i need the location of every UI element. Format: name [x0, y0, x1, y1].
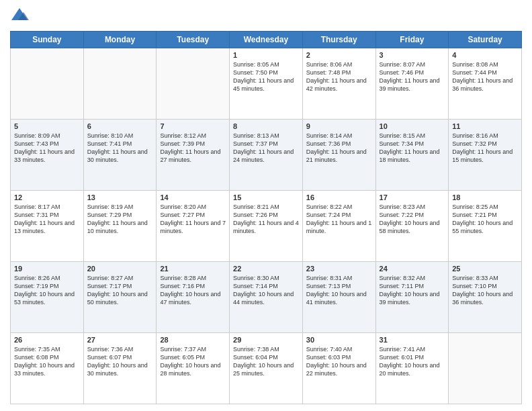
day-number: 2: [306, 51, 372, 59]
cell-text: Sunrise: 7:35 AM Sunset: 6:08 PM Dayligh…: [14, 345, 80, 378]
cell-text: Sunrise: 8:27 AM Sunset: 7:17 PM Dayligh…: [87, 274, 153, 307]
calendar-cell: 7Sunrise: 8:12 AM Sunset: 7:39 PM Daylig…: [157, 120, 230, 191]
day-number: 19: [14, 265, 80, 273]
calendar-cell: 29Sunrise: 7:38 AM Sunset: 6:04 PM Dayli…: [230, 333, 303, 404]
day-header-friday: Friday: [375, 32, 449, 48]
calendar-cell: 22Sunrise: 8:30 AM Sunset: 7:14 PM Dayli…: [230, 262, 303, 333]
cell-text: Sunrise: 8:10 AM Sunset: 7:41 PM Dayligh…: [87, 132, 153, 165]
cell-text: Sunrise: 8:30 AM Sunset: 7:14 PM Dayligh…: [233, 274, 299, 307]
day-number: 7: [160, 122, 226, 130]
cell-text: Sunrise: 7:37 AM Sunset: 6:05 PM Dayligh…: [160, 345, 226, 378]
day-header-sunday: Sunday: [11, 32, 84, 48]
cell-text: Sunrise: 8:20 AM Sunset: 7:27 PM Dayligh…: [160, 203, 226, 236]
day-number: 17: [380, 193, 445, 201]
cell-text: Sunrise: 8:16 AM Sunset: 7:32 PM Dayligh…: [452, 132, 518, 165]
calendar-cell: 15Sunrise: 8:21 AM Sunset: 7:26 PM Dayli…: [230, 191, 303, 262]
day-number: 16: [306, 193, 372, 201]
calendar-cell: 6Sunrise: 8:10 AM Sunset: 7:41 PM Daylig…: [83, 120, 157, 191]
calendar-cell: 5Sunrise: 8:09 AM Sunset: 7:43 PM Daylig…: [11, 120, 84, 191]
cell-text: Sunrise: 8:22 AM Sunset: 7:24 PM Dayligh…: [306, 203, 372, 236]
week-row-3: 19Sunrise: 8:26 AM Sunset: 7:19 PM Dayli…: [11, 262, 522, 333]
cell-text: Sunrise: 7:41 AM Sunset: 6:01 PM Dayligh…: [380, 345, 445, 378]
day-number: 8: [233, 122, 299, 130]
cell-text: Sunrise: 8:23 AM Sunset: 7:22 PM Dayligh…: [380, 203, 445, 236]
week-row-2: 12Sunrise: 8:17 AM Sunset: 7:31 PM Dayli…: [11, 191, 522, 262]
day-number: 11: [452, 122, 518, 130]
calendar-cell: 26Sunrise: 7:35 AM Sunset: 6:08 PM Dayli…: [11, 333, 84, 404]
cell-text: Sunrise: 8:09 AM Sunset: 7:43 PM Dayligh…: [14, 132, 80, 165]
cell-text: Sunrise: 8:28 AM Sunset: 7:16 PM Dayligh…: [160, 274, 226, 307]
header: [10, 7, 522, 26]
calendar-cell: [157, 48, 230, 120]
day-number: 31: [380, 336, 445, 344]
calendar-cell: 10Sunrise: 8:15 AM Sunset: 7:34 PM Dayli…: [375, 120, 449, 191]
day-number: 6: [87, 122, 153, 130]
calendar-cell: 3Sunrise: 8:07 AM Sunset: 7:46 PM Daylig…: [375, 48, 449, 120]
cell-text: Sunrise: 8:06 AM Sunset: 7:48 PM Dayligh…: [306, 60, 372, 93]
calendar-cell: 23Sunrise: 8:31 AM Sunset: 7:13 PM Dayli…: [302, 262, 375, 333]
day-header-monday: Monday: [83, 32, 157, 48]
day-number: 3: [380, 51, 445, 59]
week-row-0: 1Sunrise: 8:05 AM Sunset: 7:50 PM Daylig…: [11, 48, 522, 120]
calendar-cell: 25Sunrise: 8:33 AM Sunset: 7:10 PM Dayli…: [449, 262, 522, 333]
day-number: 23: [306, 265, 372, 273]
day-number: 14: [160, 193, 226, 201]
day-number: 12: [14, 193, 80, 201]
day-number: 10: [380, 122, 445, 130]
day-number: 30: [306, 336, 372, 344]
day-number: 9: [306, 122, 372, 130]
day-number: 5: [14, 122, 80, 130]
calendar-cell: 8Sunrise: 8:13 AM Sunset: 7:37 PM Daylig…: [230, 120, 303, 191]
day-number: 24: [380, 265, 445, 273]
calendar-cell: 16Sunrise: 8:22 AM Sunset: 7:24 PM Dayli…: [302, 191, 375, 262]
cell-text: Sunrise: 8:26 AM Sunset: 7:19 PM Dayligh…: [14, 274, 80, 307]
calendar-cell: 4Sunrise: 8:08 AM Sunset: 7:44 PM Daylig…: [449, 48, 522, 120]
calendar-cell: 9Sunrise: 8:14 AM Sunset: 7:36 PM Daylig…: [302, 120, 375, 191]
cell-text: Sunrise: 8:32 AM Sunset: 7:11 PM Dayligh…: [380, 274, 445, 307]
cell-text: Sunrise: 8:19 AM Sunset: 7:29 PM Dayligh…: [87, 203, 153, 236]
day-header-thursday: Thursday: [302, 32, 375, 48]
calendar-cell: 20Sunrise: 8:27 AM Sunset: 7:17 PM Dayli…: [83, 262, 157, 333]
cell-text: Sunrise: 8:12 AM Sunset: 7:39 PM Dayligh…: [160, 132, 226, 165]
day-number: 20: [87, 265, 153, 273]
cell-text: Sunrise: 8:15 AM Sunset: 7:34 PM Dayligh…: [380, 132, 445, 165]
day-number: 25: [452, 265, 518, 273]
calendar-cell: [11, 48, 84, 120]
calendar-cell: [83, 48, 157, 120]
calendar-cell: 12Sunrise: 8:17 AM Sunset: 7:31 PM Dayli…: [11, 191, 84, 262]
cell-text: Sunrise: 8:31 AM Sunset: 7:13 PM Dayligh…: [306, 274, 372, 307]
day-number: 18: [452, 193, 518, 201]
day-number: 27: [87, 336, 153, 344]
calendar-cell: 28Sunrise: 7:37 AM Sunset: 6:05 PM Dayli…: [157, 333, 230, 404]
calendar-cell: 13Sunrise: 8:19 AM Sunset: 7:29 PM Dayli…: [83, 191, 157, 262]
calendar-cell: 21Sunrise: 8:28 AM Sunset: 7:16 PM Dayli…: [157, 262, 230, 333]
day-number: 29: [233, 336, 299, 344]
calendar-cell: 30Sunrise: 7:40 AM Sunset: 6:03 PM Dayli…: [302, 333, 375, 404]
page: SundayMondayTuesdayWednesdayThursdayFrid…: [0, 0, 532, 411]
calendar-cell: 17Sunrise: 8:23 AM Sunset: 7:22 PM Dayli…: [375, 191, 449, 262]
day-number: 1: [233, 51, 299, 59]
calendar-cell: 19Sunrise: 8:26 AM Sunset: 7:19 PM Dayli…: [11, 262, 84, 333]
logo-icon: [10, 7, 29, 26]
cell-text: Sunrise: 7:40 AM Sunset: 6:03 PM Dayligh…: [306, 345, 372, 378]
cell-text: Sunrise: 8:17 AM Sunset: 7:31 PM Dayligh…: [14, 203, 80, 236]
calendar-table: SundayMondayTuesdayWednesdayThursdayFrid…: [10, 31, 522, 404]
day-header-saturday: Saturday: [449, 32, 522, 48]
calendar-cell: 1Sunrise: 8:05 AM Sunset: 7:50 PM Daylig…: [230, 48, 303, 120]
cell-text: Sunrise: 8:25 AM Sunset: 7:21 PM Dayligh…: [452, 203, 518, 236]
calendar-cell: 24Sunrise: 8:32 AM Sunset: 7:11 PM Dayli…: [375, 262, 449, 333]
day-number: 13: [87, 193, 153, 201]
calendar-cell: 2Sunrise: 8:06 AM Sunset: 7:48 PM Daylig…: [302, 48, 375, 120]
calendar-cell: 18Sunrise: 8:25 AM Sunset: 7:21 PM Dayli…: [449, 191, 522, 262]
calendar-cell: 14Sunrise: 8:20 AM Sunset: 7:27 PM Dayli…: [157, 191, 230, 262]
calendar-cell: 11Sunrise: 8:16 AM Sunset: 7:32 PM Dayli…: [449, 120, 522, 191]
cell-text: Sunrise: 7:38 AM Sunset: 6:04 PM Dayligh…: [233, 345, 299, 378]
day-header-tuesday: Tuesday: [157, 32, 230, 48]
calendar-cell: [449, 333, 522, 404]
cell-text: Sunrise: 8:33 AM Sunset: 7:10 PM Dayligh…: [452, 274, 518, 307]
day-number: 26: [14, 336, 80, 344]
cell-text: Sunrise: 8:14 AM Sunset: 7:36 PM Dayligh…: [306, 132, 372, 165]
week-row-1: 5Sunrise: 8:09 AM Sunset: 7:43 PM Daylig…: [11, 120, 522, 191]
logo: [10, 7, 32, 26]
cell-text: Sunrise: 8:08 AM Sunset: 7:44 PM Dayligh…: [452, 60, 518, 93]
